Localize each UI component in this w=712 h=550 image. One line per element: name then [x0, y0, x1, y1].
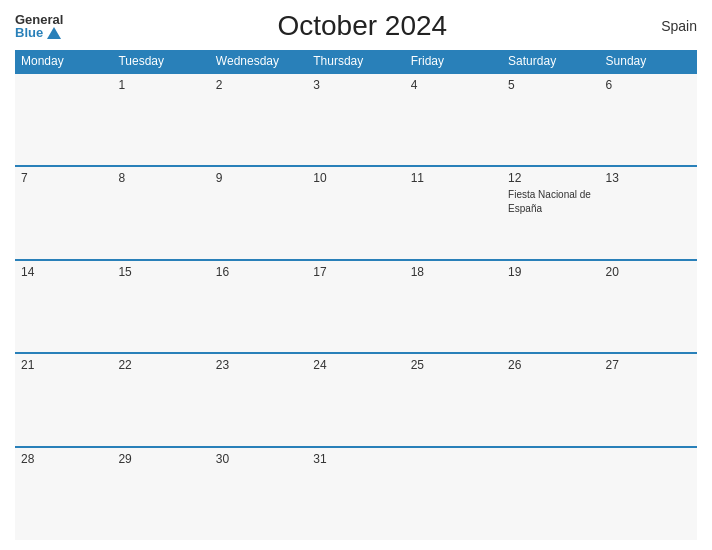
- table-row: 20: [600, 260, 697, 353]
- calendar-header: General Blue October 2024 Spain: [15, 10, 697, 42]
- header-wednesday: Wednesday: [210, 50, 307, 73]
- day-number: 15: [118, 265, 203, 279]
- day-number: 4: [411, 78, 496, 92]
- table-row: 9: [210, 166, 307, 259]
- day-number: 9: [216, 171, 301, 185]
- table-row: 27: [600, 353, 697, 446]
- calendar-week-row: 14151617181920: [15, 260, 697, 353]
- table-row: 8: [112, 166, 209, 259]
- table-row: 11: [405, 166, 502, 259]
- day-number: 13: [606, 171, 691, 185]
- day-number: 19: [508, 265, 593, 279]
- header-tuesday: Tuesday: [112, 50, 209, 73]
- calendar-week-row: 21222324252627: [15, 353, 697, 446]
- day-number: 30: [216, 452, 301, 466]
- day-number: 10: [313, 171, 398, 185]
- day-number: 23: [216, 358, 301, 372]
- table-row: 26: [502, 353, 599, 446]
- header-saturday: Saturday: [502, 50, 599, 73]
- header-sunday: Sunday: [600, 50, 697, 73]
- calendar-page: General Blue October 2024 Spain Monday T…: [0, 0, 712, 550]
- table-row: 6: [600, 73, 697, 166]
- day-number: 29: [118, 452, 203, 466]
- day-number: 1: [118, 78, 203, 92]
- table-row: 2: [210, 73, 307, 166]
- day-number: 2: [216, 78, 301, 92]
- day-number: 26: [508, 358, 593, 372]
- table-row: 5: [502, 73, 599, 166]
- table-row: 12Fiesta Nacional de España: [502, 166, 599, 259]
- event-label: Fiesta Nacional de España: [508, 189, 591, 214]
- calendar-title: October 2024: [63, 10, 661, 42]
- day-number: 5: [508, 78, 593, 92]
- table-row: [15, 73, 112, 166]
- table-row: 29: [112, 447, 209, 540]
- table-row: 13: [600, 166, 697, 259]
- day-number: 31: [313, 452, 398, 466]
- table-row: [600, 447, 697, 540]
- header-monday: Monday: [15, 50, 112, 73]
- table-row: 19: [502, 260, 599, 353]
- table-row: 15: [112, 260, 209, 353]
- table-row: 25: [405, 353, 502, 446]
- day-number: 22: [118, 358, 203, 372]
- header-thursday: Thursday: [307, 50, 404, 73]
- day-number: 25: [411, 358, 496, 372]
- day-number: 28: [21, 452, 106, 466]
- day-number: 14: [21, 265, 106, 279]
- table-row: 31: [307, 447, 404, 540]
- day-number: 11: [411, 171, 496, 185]
- table-row: 3: [307, 73, 404, 166]
- day-number: 6: [606, 78, 691, 92]
- calendar-week-row: 123456: [15, 73, 697, 166]
- table-row: 30: [210, 447, 307, 540]
- weekday-header-row: Monday Tuesday Wednesday Thursday Friday…: [15, 50, 697, 73]
- table-row: 22: [112, 353, 209, 446]
- table-row: 4: [405, 73, 502, 166]
- day-number: 8: [118, 171, 203, 185]
- table-row: 28: [15, 447, 112, 540]
- table-row: [502, 447, 599, 540]
- logo-blue-text: Blue: [15, 26, 63, 39]
- table-row: [405, 447, 502, 540]
- table-row: 18: [405, 260, 502, 353]
- day-number: 16: [216, 265, 301, 279]
- country-label: Spain: [661, 18, 697, 34]
- logo-triangle-icon: [47, 27, 61, 39]
- header-friday: Friday: [405, 50, 502, 73]
- table-row: 21: [15, 353, 112, 446]
- day-number: 3: [313, 78, 398, 92]
- table-row: 24: [307, 353, 404, 446]
- day-number: 17: [313, 265, 398, 279]
- table-row: 16: [210, 260, 307, 353]
- table-row: 1: [112, 73, 209, 166]
- day-number: 7: [21, 171, 106, 185]
- day-number: 20: [606, 265, 691, 279]
- day-number: 27: [606, 358, 691, 372]
- table-row: 14: [15, 260, 112, 353]
- table-row: 10: [307, 166, 404, 259]
- table-row: 23: [210, 353, 307, 446]
- day-number: 24: [313, 358, 398, 372]
- table-row: 17: [307, 260, 404, 353]
- calendar-table: Monday Tuesday Wednesday Thursday Friday…: [15, 50, 697, 540]
- calendar-week-row: 789101112Fiesta Nacional de España13: [15, 166, 697, 259]
- calendar-week-row: 28293031: [15, 447, 697, 540]
- day-number: 12: [508, 171, 593, 185]
- logo: General Blue: [15, 13, 63, 39]
- table-row: 7: [15, 166, 112, 259]
- day-number: 21: [21, 358, 106, 372]
- day-number: 18: [411, 265, 496, 279]
